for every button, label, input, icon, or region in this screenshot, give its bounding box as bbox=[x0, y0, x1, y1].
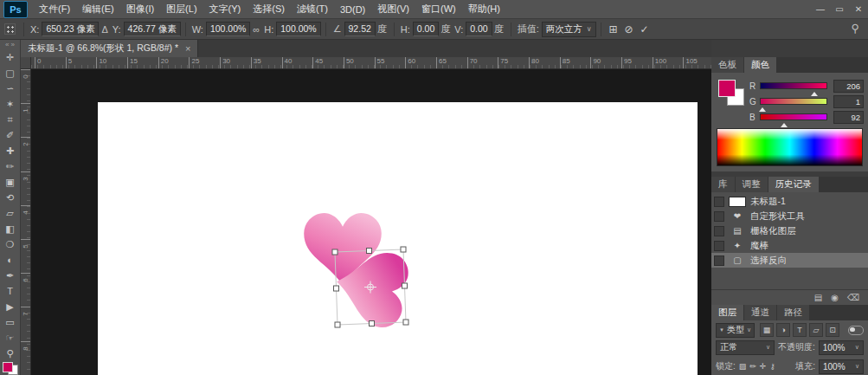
slider-thumb[interactable] bbox=[781, 120, 788, 127]
quick-selection-tool[interactable]: ✶ bbox=[0, 96, 21, 112]
lock-transparency-icon[interactable]: ▨ bbox=[739, 362, 747, 371]
transform-handle-top-right[interactable] bbox=[401, 247, 406, 252]
red-slider[interactable] bbox=[760, 82, 827, 89]
history-brush-source-well[interactable] bbox=[714, 211, 724, 222]
brush-tool[interactable]: ✏ bbox=[0, 158, 21, 174]
new-doc-from-state-button[interactable]: ▤ bbox=[814, 293, 822, 302]
transform-handle-bottom-left[interactable] bbox=[335, 322, 340, 327]
menu-window[interactable]: 窗口(W) bbox=[415, 3, 462, 16]
history-brush-source-well[interactable] bbox=[714, 255, 724, 266]
width-field[interactable]: 100.00% bbox=[206, 22, 250, 36]
cancel-transform-button[interactable]: ⊘ bbox=[621, 23, 637, 36]
history-brush-source-well[interactable] bbox=[714, 197, 724, 207]
filter-pixel-layers-icon[interactable]: ▦ bbox=[760, 323, 774, 337]
history-brush-source-well[interactable] bbox=[714, 226, 724, 236]
document-page[interactable] bbox=[98, 102, 698, 375]
eyedropper-tool[interactable]: ✐ bbox=[0, 127, 21, 143]
filter-adjustment-layers-icon[interactable]: ◑ bbox=[776, 323, 790, 337]
layer-filter-toggle[interactable] bbox=[848, 326, 864, 335]
transform-handle-right[interactable] bbox=[402, 283, 408, 288]
tab-adjustments[interactable]: 调整 bbox=[736, 177, 768, 192]
reference-point-locator-icon[interactable] bbox=[4, 23, 16, 35]
foreground-background-swatches[interactable] bbox=[2, 362, 19, 375]
foreground-color-chip[interactable] bbox=[3, 362, 13, 372]
search-icon[interactable]: ⚲ bbox=[851, 22, 859, 35]
blend-mode-select[interactable]: 正常 ∨ bbox=[716, 340, 775, 355]
fill-field[interactable]: 100% ∨ bbox=[819, 359, 864, 374]
h-skew-field[interactable]: 0.00 bbox=[413, 22, 439, 36]
warp-mode-toggle[interactable]: ⊞ bbox=[606, 23, 621, 36]
move-tool[interactable]: ✛ bbox=[0, 49, 21, 65]
menu-3d[interactable]: 3D(D) bbox=[334, 4, 371, 15]
tab-color[interactable]: 颜色 bbox=[744, 57, 776, 73]
toolbar-collapse-button[interactable]: « » bbox=[5, 40, 15, 49]
menu-filter[interactable]: 滤镜(T) bbox=[291, 3, 334, 16]
dodge-tool[interactable]: ◐ bbox=[0, 252, 21, 268]
lasso-tool[interactable]: ∽ bbox=[0, 81, 21, 96]
document-canvas[interactable] bbox=[31, 69, 711, 375]
history-brush-tool[interactable]: ⟲ bbox=[0, 190, 21, 205]
transform-handle-top-left[interactable] bbox=[332, 249, 338, 255]
minimize-button[interactable]: — bbox=[811, 1, 830, 18]
crop-tool[interactable]: ⌗ bbox=[0, 112, 21, 127]
clone-stamp-tool[interactable]: ▣ bbox=[0, 174, 21, 190]
foreground-color-swatch[interactable] bbox=[718, 80, 736, 97]
transform-handle-left[interactable] bbox=[334, 286, 339, 291]
delete-state-button[interactable]: ⌫ bbox=[847, 293, 859, 302]
transform-handle-bottom-right[interactable] bbox=[403, 320, 408, 325]
history-state-magic-wand[interactable]: ✦ 魔棒 bbox=[711, 238, 868, 253]
tab-layers[interactable]: 图层 bbox=[711, 305, 743, 320]
red-value-field[interactable]: 206 bbox=[833, 80, 864, 93]
tab-libraries[interactable]: 库 bbox=[711, 177, 735, 192]
lock-position-icon[interactable]: ✛ bbox=[760, 362, 767, 371]
v-skew-field[interactable]: 0.00 bbox=[466, 22, 492, 36]
vertical-ruler[interactable]: 012345678 bbox=[21, 69, 31, 375]
healing-brush-tool[interactable]: ✚ bbox=[0, 143, 21, 158]
menu-view[interactable]: 视图(V) bbox=[371, 3, 415, 16]
tab-swatches[interactable]: 色板 bbox=[711, 57, 743, 73]
path-selection-tool[interactable]: ▶ bbox=[0, 299, 21, 314]
menu-type[interactable]: 文字(Y) bbox=[203, 3, 248, 16]
transform-handle-top[interactable] bbox=[367, 249, 372, 254]
blue-value-field[interactable]: 92 bbox=[833, 111, 864, 124]
menu-help[interactable]: 帮助(H) bbox=[462, 3, 506, 16]
history-state-custom-shape[interactable]: ❤ 自定形状工具 bbox=[711, 209, 868, 223]
filter-type-layers-icon[interactable]: T bbox=[793, 323, 807, 337]
lock-pixels-icon[interactable]: ✏ bbox=[749, 362, 756, 371]
menu-edit[interactable]: 编辑(E) bbox=[76, 3, 120, 16]
close-icon[interactable]: × bbox=[185, 43, 190, 54]
filter-type-select[interactable]: ▼ 类型 ∨ bbox=[716, 323, 755, 338]
hand-tool[interactable]: ☞ bbox=[0, 330, 21, 346]
history-state-open[interactable]: 未标题-1 bbox=[711, 194, 868, 209]
opacity-field[interactable]: 100% ∨ bbox=[819, 340, 864, 355]
blue-slider[interactable] bbox=[760, 113, 827, 120]
tab-history[interactable]: 历史记录 bbox=[768, 177, 819, 192]
pen-tool[interactable]: ✒ bbox=[0, 268, 21, 283]
blur-tool[interactable]: ❍ bbox=[0, 236, 21, 252]
history-state-rasterize[interactable]: ▤ 栅格化图层 bbox=[711, 223, 868, 238]
commit-transform-button[interactable]: ✓ bbox=[637, 23, 653, 36]
color-spectrum-ramp[interactable] bbox=[717, 128, 863, 166]
y-position-field[interactable]: 426.77 像素 bbox=[124, 22, 181, 36]
color-swatch-pair[interactable] bbox=[718, 80, 744, 106]
green-slider[interactable] bbox=[760, 98, 827, 105]
interpolation-select[interactable]: 两次立方 ∨ bbox=[542, 22, 596, 37]
filter-smart-object-icon[interactable]: ⊡ bbox=[826, 323, 839, 337]
new-snapshot-button[interactable]: ◉ bbox=[831, 293, 839, 302]
history-brush-source-well[interactable] bbox=[714, 241, 724, 251]
green-value-field[interactable]: 1 bbox=[833, 95, 864, 108]
menu-layer[interactable]: 图层(L) bbox=[160, 3, 203, 16]
zoom-tool[interactable]: ⚲ bbox=[0, 346, 21, 361]
document-tab[interactable]: 未标题-1 @ 66.8%(形状 1, RGB/8#) * × bbox=[21, 40, 198, 57]
lock-all-icon[interactable]: ⚷ bbox=[769, 362, 775, 371]
x-position-field[interactable]: 650.23 像素 bbox=[42, 22, 99, 36]
history-state-select-inverse[interactable]: ▢ 选择反向 bbox=[711, 253, 868, 268]
horizontal-ruler[interactable]: 0510152025303540455055606570758085909510… bbox=[31, 57, 711, 69]
transform-handle-bottom[interactable] bbox=[370, 321, 375, 327]
height-field[interactable]: 100.00% bbox=[276, 22, 320, 36]
tab-channels[interactable]: 通道 bbox=[744, 305, 776, 320]
gradient-tool[interactable]: ◧ bbox=[0, 221, 21, 236]
canvas-area[interactable] bbox=[31, 69, 711, 375]
rotation-field[interactable]: 92.52 bbox=[344, 22, 376, 36]
filter-shape-layers-icon[interactable]: ▱ bbox=[809, 323, 823, 337]
